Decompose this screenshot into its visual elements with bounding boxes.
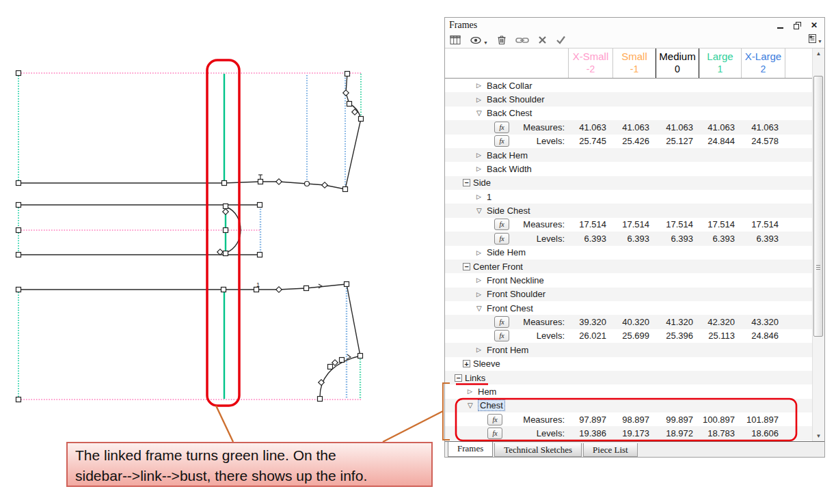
table-icon[interactable] [450,35,461,45]
expander-icon[interactable]: ▷ [476,291,487,298]
tree-row[interactable]: ▽Front Chest [445,301,812,315]
value-cell: 25.113 [699,331,741,341]
tree-row[interactable]: −Links [445,371,812,384]
expander-icon[interactable]: ▷ [476,249,487,256]
tree-row[interactable]: ▽Side Chest [445,204,812,217]
indent-spacer [445,238,494,239]
tab-frames[interactable]: Frames [448,442,493,457]
tab-technical-sketches[interactable]: Technical Sketches [494,443,582,457]
expander-icon[interactable]: − [455,374,462,382]
side-piece [16,203,262,257]
indent-spacer [445,294,476,294]
value-row[interactable]: fxLevels:6.3936.3936.3936.3936.393 [445,232,812,245]
expander-icon[interactable]: ▷ [476,193,487,200]
value-row-label: Measures: [509,122,568,132]
tree-row[interactable]: ▷Side Hem [445,246,812,260]
tree-row[interactable]: −Side [445,176,812,190]
tree-row[interactable]: ▷Back Width [445,162,812,176]
row-label-front-shoulder: Front Shoulder [487,289,545,299]
expander-icon[interactable]: ▽ [476,305,487,312]
tree-row[interactable]: ▷Back Shoulder [445,92,812,106]
value-cell: 25.745 [568,136,612,146]
tree-row[interactable]: ▽Chest [445,399,812,412]
indent-spacer [445,391,468,392]
expander-icon[interactable]: ▷ [476,346,487,353]
expander-icon[interactable]: ▷ [468,388,478,395]
scroll-down-icon[interactable]: ▼ [813,431,824,441]
tree-row[interactable]: ▷Back Collar [445,79,812,92]
scrollbar-thumb[interactable] [813,76,823,337]
tree-row[interactable]: ▽Back Chest [445,107,812,120]
fx-button[interactable]: fx [494,135,509,147]
minimize-button[interactable] [774,20,786,30]
fx-button[interactable]: fx [494,316,509,328]
row-label-links: Links [465,373,485,383]
value-cell: 97.897 [568,415,612,425]
value-cell: 100.897 [699,415,741,425]
value-row-lead: fxLevels: [445,233,568,244]
value-row-label: Levels: [509,234,568,244]
tree-row[interactable]: +Sleeve [445,357,812,371]
link-icon[interactable] [515,36,529,44]
value-row[interactable]: fxMeasures:17.51417.51417.51417.51417.51… [445,218,812,232]
fx-button[interactable]: fx [494,219,509,230]
close-icon: ✕ [811,22,818,29]
trash-icon[interactable] [497,35,507,45]
size-delta: 1 [699,63,741,75]
size-name: Large [699,51,741,63]
value-row[interactable]: fxLevels:25.74525.42625.12724.84424.578 [445,135,812,148]
fx-button[interactable]: fx [494,122,509,133]
eye-visibility-icon[interactable]: ▼ [470,36,488,45]
value-row[interactable]: fxMeasures:39.32040.32041.32042.32043.32… [445,315,812,328]
expander-icon[interactable]: + [463,360,470,367]
fx-button[interactable]: fx [494,330,509,341]
expander-icon[interactable]: ▷ [476,82,487,89]
tree-row[interactable]: ▷1 [445,190,812,204]
fx-button[interactable]: fx [494,233,509,244]
expander-icon[interactable]: ▽ [476,109,487,117]
apply-check-icon[interactable] [556,36,566,44]
size-delta: -1 [613,63,656,75]
expander-icon[interactable]: ▷ [476,165,487,172]
indent-spacer [445,308,476,309]
connector-line-left [216,406,233,442]
value-cell: 24.846 [741,331,785,341]
delete-x-icon[interactable] [538,36,547,44]
size-name: Medium [656,51,699,63]
panel-menu-icon[interactable]: ▼ [808,33,822,44]
expander-icon[interactable]: − [463,263,470,270]
vertical-scrollbar[interactable]: ▲ ▼ [812,48,824,443]
tree-row[interactable]: −Center Front [445,260,812,273]
value-cell: 25.426 [612,136,656,146]
row-label-side-hem: Side Hem [487,247,526,257]
restore-button[interactable] [791,20,803,30]
expander-icon[interactable]: ▷ [476,152,487,158]
expander-icon[interactable]: ▷ [476,277,487,283]
tree-row[interactable]: ▷Front Hem [445,343,812,356]
value-row[interactable]: fxMeasures:41.06341.06341.06341.06341.06… [445,120,812,134]
tree-row[interactable]: ▷Hem [445,384,812,398]
indent-spacer [445,197,476,197]
tab-piece-list[interactable]: Piece List [583,443,638,457]
tree-row[interactable]: ▷Front Neckline [445,273,812,287]
value-row[interactable]: fxLevels:26.02125.69925.39625.11324.846 [445,329,812,343]
value-row[interactable]: fxLevels:19.38619.17318.97218.78318.606 [445,426,812,440]
frames-panel: Frames ✕ ▼ ▼ X-Small-2Small-1Med [444,17,825,458]
indent-spacer [445,113,476,113]
expander-icon[interactable]: ▷ [476,96,487,103]
close-button[interactable]: ✕ [808,20,820,30]
size-column-medium: Medium0 [656,48,699,78]
value-cell: 99.897 [656,415,699,425]
expander-icon[interactable]: ▽ [468,402,478,409]
tree-row[interactable]: ▷Front Shoulder [445,288,812,301]
value-cell: 6.393 [741,234,785,244]
value-row[interactable]: fxMeasures:97.89798.89799.897100.897101.… [445,412,812,426]
expander-icon[interactable]: − [463,179,470,186]
fx-button[interactable]: fx [487,414,502,425]
scroll-up-icon[interactable]: ▲ [813,48,824,59]
value-cell: 17.514 [699,219,741,229]
fx-button[interactable]: fx [487,428,502,439]
indent-spacer [445,127,494,128]
expander-icon[interactable]: ▽ [476,207,487,214]
tree-row[interactable]: ▷Back Hem [445,148,812,162]
